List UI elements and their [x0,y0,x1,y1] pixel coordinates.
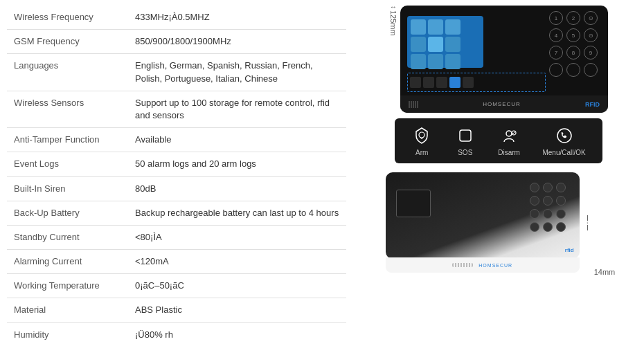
spec-label: Built-In Siren [7,176,128,201]
images-panel: ↕ 125mm [353,0,644,346]
spec-label: Material [7,298,128,322]
menu-call-ok-label: Menu/Call/OK [542,149,585,156]
spec-value: Backup rechargeable battery can last up … [128,201,346,225]
bottom-dimension-label: 14mm [594,268,616,276]
menu-icon-item: Menu/Call/OK [542,125,585,156]
table-row: Back-Up BatteryBackup rechargeable batte… [7,201,346,225]
spec-label: Event Logs [7,152,128,176]
spec-label: Languages [7,54,128,91]
spec-value: ABS Plastic [128,298,346,322]
sos-icon [455,125,476,146]
table-row: Built-In Siren80dB [7,176,346,201]
table-row: Working Temperature0¡ãC–50¡ãC [7,274,346,298]
sos-icon-item: SOS [455,125,476,156]
spec-value: 80dB [128,176,346,201]
icons-panel: Arm SOS Disarm [395,118,602,163]
disarm-icon [499,125,519,146]
specs-panel: Wireless Frequency433MHz¡À0.5MHZGSM Freq… [0,0,353,346]
spec-value: 433MHz¡À0.5MHZ [128,6,346,30]
spec-value: Available [128,128,346,152]
spec-label: Humidity [7,322,128,346]
table-row: GSM Frequency850/900/1800/1900MHz [7,30,346,54]
table-row: Event Logs50 alarm logs and 20 arm logs [7,152,346,176]
spec-value: 0¡ãC–50¡ãC [128,274,346,298]
spec-value: 50 alarm logs and 20 arm logs [128,152,346,176]
menu-call-ok-icon [554,125,575,146]
spec-value: English, German, Spanish, Russian, Frenc… [128,54,346,91]
disarm-icon-item: Disarm [498,125,520,156]
device-front-image: 1 2 ⊙ 4 5 ⊙ 7 8 9 [400,6,608,113]
arm-label: Arm [415,149,428,156]
spec-label: Back-Up Battery [7,201,128,225]
svg-point-0 [419,132,424,138]
disarm-label: Disarm [498,149,520,156]
svg-point-2 [506,131,512,136]
spec-label: Wireless Frequency [7,6,128,30]
spec-value: <120mA [128,250,346,274]
spec-label: Alarming Current [7,250,128,274]
specs-table: Wireless Frequency433MHz¡À0.5MHZGSM Freq… [7,6,346,346]
table-row: Anti-Tamper FunctionAvailable [7,128,346,152]
spec-label: Wireless Sensors [7,91,128,127]
table-row: Standby Current<80¡ÌA [7,225,346,249]
arm-icon-item: Arm [411,125,432,156]
spec-label: Anti-Tamper Function [7,128,128,152]
device-side-image: rfid HOMSECUR ↕ [382,169,590,276]
table-row: Alarming Current<120mA [7,250,346,274]
table-row: Wireless Frequency433MHz¡À0.5MHZ [7,6,346,30]
spec-label: Working Temperature [7,274,128,298]
table-row: MaterialABS Plastic [7,298,346,322]
sos-label: SOS [458,149,472,156]
table-row: LanguagesEnglish, German, Spanish, Russi… [7,54,346,91]
top-dimension-label: ↕ 125mm [389,6,397,36]
spec-value: ¡Ü80% rh [128,322,346,346]
table-row: Wireless SensorsSupport up to 100 storag… [7,91,346,127]
device-bottom-wrapper: rfid HOMSECUR ↕ 14mm [382,169,616,276]
spec-label: Standby Current [7,225,128,249]
device-top-wrapper: ↕ 125mm [389,6,608,113]
table-row: Humidity¡Ü80% rh [7,322,346,346]
arm-icon [411,125,432,146]
spec-value: Support up to 100 storage for remote con… [128,91,346,127]
spec-value: <80¡ÌA [128,225,346,249]
spec-value: 850/900/1800/1900MHz [128,30,346,54]
spec-label: GSM Frequency [7,30,128,54]
svg-rect-1 [460,130,471,141]
